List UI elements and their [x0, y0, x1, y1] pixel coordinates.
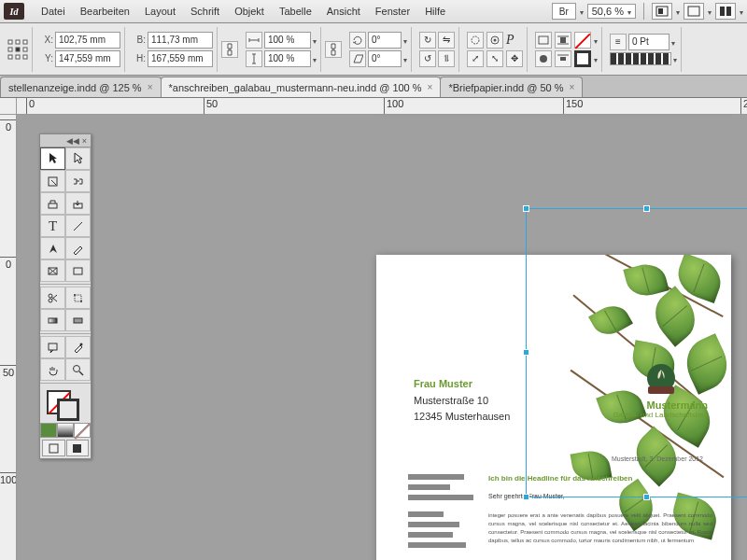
ruler-origin[interactable]: [0, 98, 17, 115]
arrange-icon[interactable]: [715, 3, 736, 20]
shear-field[interactable]: 0°: [368, 50, 402, 67]
menu-tabelle[interactable]: Tabelle: [272, 0, 319, 23]
tab-briefpapier[interactable]: *Briefpapier.indd @ 50 %×: [440, 77, 583, 97]
pencil-tool[interactable]: [65, 237, 91, 259]
selection-tool[interactable]: [40, 147, 65, 170]
stroke-weight-field[interactable]: 0 Pt: [628, 34, 669, 50]
zoom-tool[interactable]: [65, 358, 91, 381]
flip-v-icon[interactable]: ⥮: [438, 50, 455, 67]
close-icon[interactable]: ×: [570, 82, 575, 92]
scale-x-field[interactable]: 100 %: [264, 32, 311, 49]
screen-mode-dropdown-icon[interactable]: [708, 6, 712, 17]
rectangle-tool[interactable]: [65, 259, 91, 282]
zoom-level-field[interactable]: 50,6 %: [587, 4, 636, 19]
resize-handle[interactable]: [523, 349, 529, 356]
gap-tool[interactable]: [65, 170, 91, 192]
scale-y-field[interactable]: 100 %: [264, 50, 311, 67]
height-field[interactable]: 167,559 mm: [148, 50, 213, 67]
menu-bearbeiten[interactable]: Bearbeiten: [73, 0, 137, 23]
fill-swatch[interactable]: [574, 32, 591, 49]
hand-tool[interactable]: [40, 358, 65, 381]
svg-line-27: [74, 222, 82, 231]
preview-view-icon[interactable]: [66, 440, 90, 456]
view-mode-dropdown-icon[interactable]: [676, 6, 680, 17]
fit-content-icon[interactable]: ⤢: [467, 50, 484, 67]
resize-handle[interactable]: [643, 205, 650, 212]
menu-layout[interactable]: Layout: [137, 0, 183, 23]
reference-point-icon[interactable]: [7, 39, 28, 60]
resize-handle[interactable]: [523, 494, 529, 500]
bridge-dropdown-icon[interactable]: [580, 6, 584, 17]
rectangle-frame-tool[interactable]: [40, 259, 65, 282]
free-transform-tool[interactable]: [65, 287, 91, 309]
width-field[interactable]: 111,73 mm: [148, 32, 213, 49]
ruler-horizontal[interactable]: 0 50 100 150 200: [17, 98, 747, 115]
line-tool[interactable]: [65, 215, 91, 237]
arrange-dropdown-icon[interactable]: [740, 6, 743, 17]
type-tool[interactable]: T: [40, 215, 65, 237]
stroke-style-field[interactable]: [610, 52, 671, 65]
svg-point-36: [80, 301, 82, 302]
menu-fenster[interactable]: Fenster: [368, 0, 417, 23]
scissors-tool[interactable]: [40, 287, 65, 309]
direct-selection-tool[interactable]: [65, 147, 91, 170]
paragraph-style-icon[interactable]: P: [506, 33, 514, 48]
close-icon[interactable]: ×: [148, 82, 153, 92]
x-field[interactable]: 102,75 mm: [55, 32, 120, 49]
select-container-icon[interactable]: [467, 32, 484, 49]
fit-frame-icon[interactable]: ⤡: [486, 50, 503, 67]
rotate-cw-icon[interactable]: ↻: [419, 32, 436, 49]
close-icon[interactable]: ×: [428, 82, 433, 92]
ruler-vertical[interactable]: 0 0 50 100: [0, 115, 17, 560]
constrain-scale-icon[interactable]: [325, 41, 342, 58]
tab-stellenanzeige[interactable]: stellenanzeige.indd @ 125 %×: [0, 77, 162, 97]
resize-handle[interactable]: [643, 494, 650, 500]
page-tool[interactable]: [40, 170, 65, 192]
color-apply-row[interactable]: [40, 423, 91, 438]
rotation-field[interactable]: 0°: [368, 32, 402, 49]
menu-datei[interactable]: Datei: [34, 0, 73, 23]
tab-anschreiben[interactable]: *anschreiben_galabau_mustermann-neu.indd…: [161, 77, 442, 97]
svg-rect-3: [720, 7, 725, 16]
view-mode-icon[interactable]: [652, 3, 672, 20]
content-collector-tool[interactable]: [40, 192, 65, 215]
fill-stroke-swatches[interactable]: [40, 385, 91, 423]
wrap-jump-icon[interactable]: [555, 50, 571, 67]
screen-mode-icon[interactable]: [684, 3, 704, 20]
menu-schrift[interactable]: Schrift: [183, 0, 227, 23]
svg-point-41: [74, 365, 80, 371]
wrap-shape-icon[interactable]: [535, 50, 552, 67]
flip-h-icon[interactable]: ⇋: [438, 32, 455, 49]
center-content-icon[interactable]: ✥: [506, 50, 523, 67]
menu-ansicht[interactable]: Ansicht: [319, 0, 368, 23]
menu-hilfe[interactable]: Hilfe: [417, 0, 453, 23]
apply-gradient-icon[interactable]: [57, 423, 74, 438]
wrap-none-icon[interactable]: [535, 32, 552, 49]
bridge-icon[interactable]: Br: [552, 3, 576, 20]
svg-rect-13: [23, 55, 27, 59]
normal-view-icon[interactable]: [42, 440, 65, 456]
menu-objekt[interactable]: Objekt: [227, 0, 272, 23]
y-field[interactable]: 147,559 mm: [55, 50, 120, 67]
svg-rect-18: [560, 37, 566, 43]
wrap-bbox-icon[interactable]: [555, 32, 571, 49]
apply-color-icon[interactable]: [40, 423, 57, 438]
canvas[interactable]: ◀◀ × T: [17, 115, 747, 560]
stroke-swatch[interactable]: [574, 50, 591, 67]
svg-rect-10: [23, 48, 27, 51]
apply-none-icon[interactable]: [74, 423, 91, 438]
resize-handle[interactable]: [523, 205, 529, 212]
gradient-swatch-tool[interactable]: [40, 309, 65, 331]
constrain-wh-icon[interactable]: [221, 41, 238, 58]
svg-rect-22: [560, 57, 566, 61]
tools-panel-header[interactable]: ◀◀ ×: [40, 134, 91, 147]
eyedropper-tool[interactable]: [65, 336, 91, 358]
pen-tool[interactable]: [40, 237, 65, 259]
gradient-feather-tool[interactable]: [65, 309, 91, 331]
note-tool[interactable]: [40, 336, 65, 358]
content-placer-tool[interactable]: [65, 192, 91, 215]
selection-bounding-box[interactable]: [526, 208, 747, 497]
select-content-icon[interactable]: [486, 32, 503, 49]
rotate-ccw-icon[interactable]: ↺: [419, 50, 436, 67]
svg-rect-38: [74, 318, 82, 323]
